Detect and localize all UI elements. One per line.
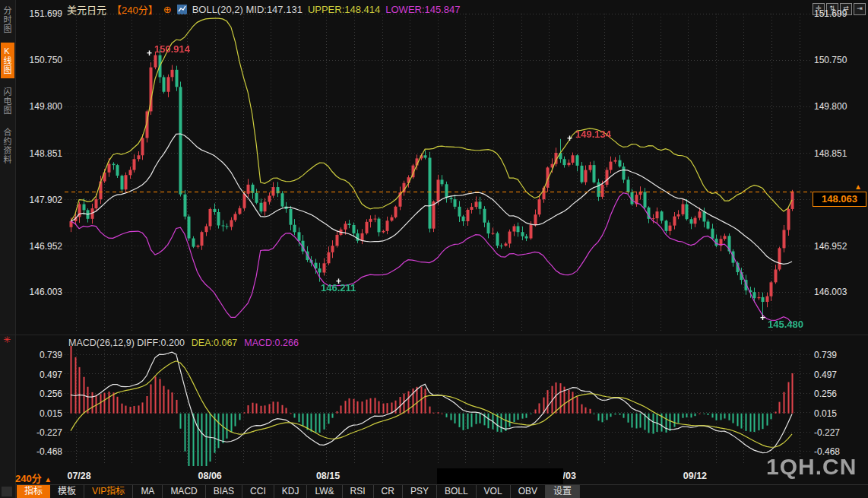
price-tick-right: 151.699 — [814, 7, 861, 21]
redaction-box — [437, 468, 563, 484]
chart-type-sidebar: 分时图 K线图 闪电图 合约资料 ✳ — [0, 0, 16, 498]
price-tick-right: 146.952 — [814, 239, 861, 253]
low-marker-icon: + — [760, 312, 765, 323]
annotation-high-1: 150.914 — [154, 43, 190, 55]
sidebar-item-kline-chart[interactable]: K线图 — [1, 43, 14, 78]
macd-tick-left: 0.015 — [23, 407, 62, 420]
macd-tick-right: -0.227 — [814, 426, 861, 439]
price-tick-left: 149.800 — [23, 100, 62, 113]
x-axis-date: 08/06 — [198, 471, 222, 481]
tab-kdj[interactable]: KDJ — [274, 485, 308, 498]
panel-divider — [0, 335, 868, 335]
price-tick-right: 146.003 — [814, 285, 861, 299]
tab-lwr[interactable]: LW& — [307, 485, 342, 498]
sidebar-item-flash-chart[interactable]: 闪电图 — [1, 84, 14, 119]
tab-boll[interactable]: BOLL — [437, 485, 477, 498]
macd-tick-left: -0.468 — [23, 445, 62, 458]
tab-bias[interactable]: BIAS — [206, 485, 242, 498]
macd-tick-left: 0.739 — [23, 348, 62, 362]
price-tick-left: 150.750 — [23, 53, 62, 67]
indicator-settings-icon[interactable]: ✳ — [3, 335, 11, 345]
trading-app-window: 分时图 K线图 闪电图 合约资料 ✳ 美元日元 【240分】 ⊕ BOLL(20… — [0, 0, 868, 498]
annotation-low-2: 145.480 — [768, 319, 803, 330]
x-axis-date: 09/12 — [683, 471, 707, 481]
tab-macd[interactable]: MACD — [163, 485, 205, 498]
tab-cr[interactable]: CR — [374, 485, 403, 498]
timeframe-arrow-icon: ▲ — [44, 475, 52, 484]
high-marker-icon: + — [567, 133, 572, 144]
watermark: 1QH.CN — [766, 454, 857, 480]
tab-psy[interactable]: PSY — [403, 485, 437, 498]
price-tick-right: 150.750 — [814, 53, 861, 67]
annotation-low-1: 146.211 — [321, 282, 356, 293]
sidebar-corner-block — [2, 487, 12, 496]
x-axis-date: 07/28 — [67, 471, 90, 481]
tab-cci[interactable]: CCI — [242, 485, 274, 498]
price-tick-left: 151.699 — [23, 7, 62, 21]
price-tick-left: 147.902 — [23, 193, 62, 207]
tab-settings[interactable]: 设置 — [546, 485, 580, 498]
tab-ma[interactable]: MA — [133, 485, 163, 498]
price-tick-left: 148.851 — [23, 147, 62, 160]
timeframe-label: 240分 — [15, 473, 42, 484]
price-tick-right: 149.800 — [814, 100, 861, 113]
current-price-badge: 148.063 — [813, 192, 866, 207]
tab-vol[interactable]: VOL — [477, 485, 511, 498]
macd-tick-left: -0.227 — [23, 426, 62, 439]
sidebar-item-time-chart[interactable]: 分时图 — [1, 2, 14, 37]
tab-indicator[interactable]: 指标 — [17, 485, 50, 498]
timeframe-selector[interactable]: 240分 ▲ — [15, 471, 52, 485]
tab-obv[interactable]: OBV — [511, 485, 546, 498]
tab-rsi[interactable]: RSI — [343, 485, 374, 498]
tab-template[interactable]: 模板 — [50, 485, 84, 498]
high-marker-icon: + — [147, 48, 152, 59]
macd-tick-left: 0.256 — [23, 387, 62, 401]
macd-chart-canvas[interactable] — [65, 346, 812, 466]
indicator-toolbar: 指标 模板 VIP指标 MA MACD BIAS CCI KDJ LW& RSI… — [16, 484, 868, 498]
macd-tick-right: 0.497 — [814, 368, 861, 382]
macd-tick-right: 0.015 — [814, 407, 861, 420]
price-up-arrow-icon: ▲ — [854, 182, 862, 191]
price-tick-left: 146.952 — [23, 239, 62, 253]
macd-tick-right: 0.739 — [814, 348, 861, 362]
macd-tick-left: 0.497 — [23, 368, 62, 382]
annotation-high-2: 149.134 — [575, 128, 611, 140]
price-tick-right: 148.851 — [814, 147, 861, 160]
tab-vip-indicator[interactable]: VIP指标 — [84, 485, 133, 498]
sidebar-item-contract-info[interactable]: 合约资料 — [1, 124, 14, 168]
macd-tick-right: 0.256 — [814, 387, 861, 401]
x-axis-date: 08/15 — [316, 471, 340, 481]
candlestick-chart-canvas[interactable] — [65, 6, 812, 336]
price-tick-left: 146.003 — [23, 285, 62, 299]
